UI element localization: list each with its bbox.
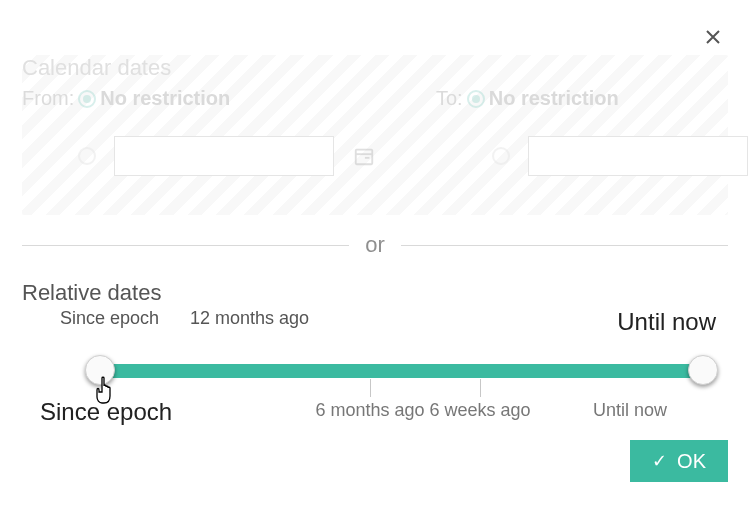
slider-top-label-12-months: 12 months ago — [190, 308, 309, 329]
relative-dates-heading: Relative dates — [22, 280, 728, 306]
from-specific-date-radio[interactable] — [78, 147, 96, 165]
slider-tick — [370, 379, 371, 397]
ok-button[interactable]: ✓ OK — [630, 440, 728, 482]
close-button[interactable] — [702, 26, 724, 48]
slider-handle-from[interactable] — [85, 355, 115, 385]
calendar-icon — [353, 145, 375, 167]
from-date-picker-button[interactable] — [352, 144, 376, 168]
relative-date-slider[interactable]: Since epoch 12 months ago Until now 6 mo… — [40, 308, 710, 428]
relative-dates-section: Relative dates Since epoch 12 months ago… — [22, 280, 728, 428]
to-no-restriction-label: No restriction — [489, 87, 619, 110]
from-no-restriction-label: No restriction — [100, 87, 230, 110]
or-label: or — [365, 232, 385, 258]
slider-top-label-until-now: Until now — [617, 308, 716, 336]
check-icon: ✓ — [652, 450, 667, 472]
divider-line-right — [401, 245, 728, 246]
calendar-to-column: To: No restriction — [436, 87, 750, 176]
slider-tick — [480, 379, 481, 397]
to-specific-date-radio[interactable] — [492, 147, 510, 165]
svg-rect-0 — [356, 150, 373, 165]
calendar-from-label: From: — [22, 87, 74, 110]
calendar-to-label: To: — [436, 87, 463, 110]
date-range-dialog: Calendar dates From: No restriction — [0, 0, 750, 508]
or-divider: or — [22, 230, 728, 260]
from-no-restriction-radio[interactable] — [78, 90, 96, 108]
slider-tick-label-6-months: 6 months ago — [315, 400, 424, 421]
slider-tick-label-6-weeks: 6 weeks ago — [429, 400, 530, 421]
from-date-input[interactable] — [114, 136, 334, 176]
divider-line-left — [22, 245, 349, 246]
calendar-from-column: From: No restriction — [22, 87, 376, 176]
to-no-restriction-radio[interactable] — [467, 90, 485, 108]
ok-button-label: OK — [677, 450, 706, 473]
slider-track — [100, 364, 710, 378]
slider-tick-label-until-now: Until now — [593, 400, 667, 421]
slider-handle-to[interactable] — [688, 355, 718, 385]
slider-value-from-label: Since epoch — [40, 398, 172, 426]
calendar-dates-section: Calendar dates From: No restriction — [22, 55, 728, 215]
calendar-dates-heading: Calendar dates — [22, 55, 728, 81]
to-date-input[interactable] — [528, 136, 748, 176]
close-icon — [705, 29, 721, 45]
slider-top-label-epoch: Since epoch — [60, 308, 159, 329]
